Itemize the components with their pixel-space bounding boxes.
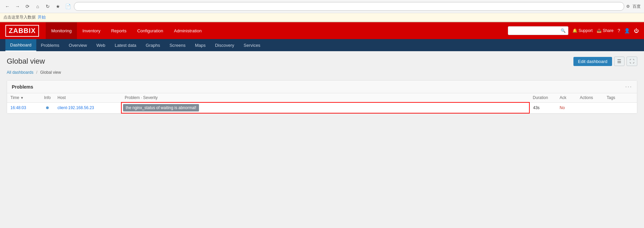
subnav-discovery[interactable]: Discovery: [210, 39, 239, 51]
info-dot: [46, 106, 49, 109]
reading-button[interactable]: 📄: [64, 2, 72, 10]
col-header-actions: Actions: [576, 93, 603, 102]
problem-tags: [603, 102, 637, 113]
power-icon[interactable]: ⏻: [634, 28, 639, 33]
search-icon: 🔍: [561, 28, 566, 33]
support-icon: 🔔: [572, 28, 577, 33]
nav-inventory[interactable]: Inventory: [77, 22, 106, 39]
page-title: Global view: [7, 57, 45, 66]
header-right: 🔍 🔔 Support 📤 Share ? 👤 ⏻: [508, 26, 639, 35]
share-link[interactable]: 📤 Share: [597, 28, 613, 33]
table-header-row: Time ▼ Info Host Problem · Severity: [7, 93, 637, 102]
nav-reports[interactable]: Reports: [106, 22, 132, 39]
problem-host-link[interactable]: client-192.168.56.23: [57, 105, 94, 110]
subnav-problems[interactable]: Problems: [36, 39, 64, 51]
table-row: 16:48:03 client-192.168.56.23 the nginx_…: [7, 102, 637, 113]
col-header-problem-severity: Problem · Severity: [121, 93, 529, 102]
widget-header: Problems ···: [7, 80, 637, 93]
hint-text: 点击这里导入数据: [3, 14, 36, 20]
nav-monitoring[interactable]: Monitoring: [46, 22, 77, 39]
main-nav: Monitoring Inventory Reports Configurati…: [46, 22, 508, 39]
subnav-maps[interactable]: Maps: [190, 39, 210, 51]
page-title-row: Global view Edit dashboard ☰ ⛶: [7, 57, 637, 66]
hint-bar: 点击这里导入数据 开始: [0, 13, 644, 22]
reload-button[interactable]: ⟳: [24, 2, 32, 10]
forward-button[interactable]: →: [13, 2, 22, 10]
browser-toolbar: ← → ⟳ ⌂ ↻ ★ 📄 http://192.168.56.22/zabbi…: [0, 0, 644, 13]
logo[interactable]: ZABBIX: [5, 25, 39, 37]
sub-nav: Dashboard Problems Overview Web Latest d…: [0, 39, 644, 51]
problem-description[interactable]: the nginx_status of waiting is abnormal!: [123, 104, 199, 111]
problem-time: 16:48:03: [7, 102, 41, 113]
col-header-info: Info: [41, 93, 54, 102]
problem-time-link[interactable]: 16:48:03: [10, 105, 26, 110]
edit-dashboard-button[interactable]: Edit dashboard: [573, 57, 612, 66]
widget-body: Time ▼ Info Host Problem · Severity: [7, 93, 637, 113]
user-icon[interactable]: 👤: [624, 28, 630, 33]
problems-widget: Problems ··· Time ▼ Info Host: [7, 80, 637, 114]
col-header-time[interactable]: Time ▼: [7, 93, 41, 102]
nav-administration[interactable]: Administration: [169, 22, 207, 39]
browser-baidu-label: 百度: [633, 4, 641, 9]
browser-settings-icon[interactable]: ⚙: [626, 4, 630, 9]
col-header-host: Host: [54, 93, 121, 102]
browser-chrome: ← → ⟳ ⌂ ↻ ★ 📄 http://192.168.56.22/zabbi…: [0, 0, 644, 22]
breadcrumb-current: Global view: [40, 70, 61, 75]
title-buttons: Edit dashboard ☰ ⛶: [573, 57, 637, 66]
problem-duration: 43s: [529, 102, 556, 113]
subnav-screens[interactable]: Screens: [165, 39, 190, 51]
subnav-latest-data[interactable]: Latest data: [110, 39, 141, 51]
list-view-button[interactable]: ☰: [614, 57, 625, 66]
subnav-overview[interactable]: Overview: [64, 39, 92, 51]
support-link[interactable]: 🔔 Support: [572, 28, 593, 33]
widget-menu-button[interactable]: ···: [625, 83, 632, 90]
help-icon[interactable]: ?: [617, 28, 620, 33]
breadcrumb-separator: /: [36, 70, 37, 75]
home-button[interactable]: ⌂: [34, 2, 42, 10]
nav-configuration[interactable]: Configuration: [132, 22, 168, 39]
subnav-services[interactable]: Services: [239, 39, 265, 51]
widget-title: Problems: [12, 84, 33, 90]
app-header: ZABBIX Monitoring Inventory Reports Conf…: [0, 22, 644, 39]
col-header-duration: Duration: [529, 93, 556, 102]
col-header-ack: Ack: [556, 93, 576, 102]
hint-link[interactable]: 开始: [38, 14, 46, 20]
history-button[interactable]: ↻: [44, 2, 52, 10]
url-bar[interactable]: http://192.168.56.22/zabbix.php?action=d…: [74, 2, 624, 11]
expand-button[interactable]: ⛶: [627, 57, 637, 66]
back-button[interactable]: ←: [3, 2, 11, 10]
subnav-graphs[interactable]: Graphs: [141, 39, 165, 51]
breadcrumb: All dashboards / Global view: [7, 70, 637, 75]
browser-right-icons: ⚙ 百度: [626, 4, 641, 9]
problem-info: [41, 102, 54, 113]
problem-host: client-192.168.56.23: [54, 102, 121, 113]
problem-actions: [576, 102, 603, 113]
col-header-tags: Tags: [603, 93, 637, 102]
breadcrumb-all-dashboards[interactable]: All dashboards: [7, 70, 33, 75]
search-input[interactable]: [508, 26, 568, 35]
problem-cell: the nginx_status of waiting is abnormal!: [121, 102, 529, 113]
bookmark-button[interactable]: ★: [54, 2, 62, 10]
problem-ack-value[interactable]: No: [560, 105, 565, 110]
problem-ack: No: [556, 102, 576, 113]
subnav-web[interactable]: Web: [92, 39, 110, 51]
page-content: Global view Edit dashboard ☰ ⛶ All dashb…: [0, 51, 644, 119]
problems-table-body: 16:48:03 client-192.168.56.23 the nginx_…: [7, 102, 637, 113]
search-wrapper: 🔍: [508, 26, 568, 35]
sort-arrow-time: ▼: [21, 96, 24, 100]
subnav-dashboard[interactable]: Dashboard: [5, 39, 36, 51]
problems-table: Time ▼ Info Host Problem · Severity: [7, 93, 637, 113]
share-icon: 📤: [597, 28, 602, 33]
